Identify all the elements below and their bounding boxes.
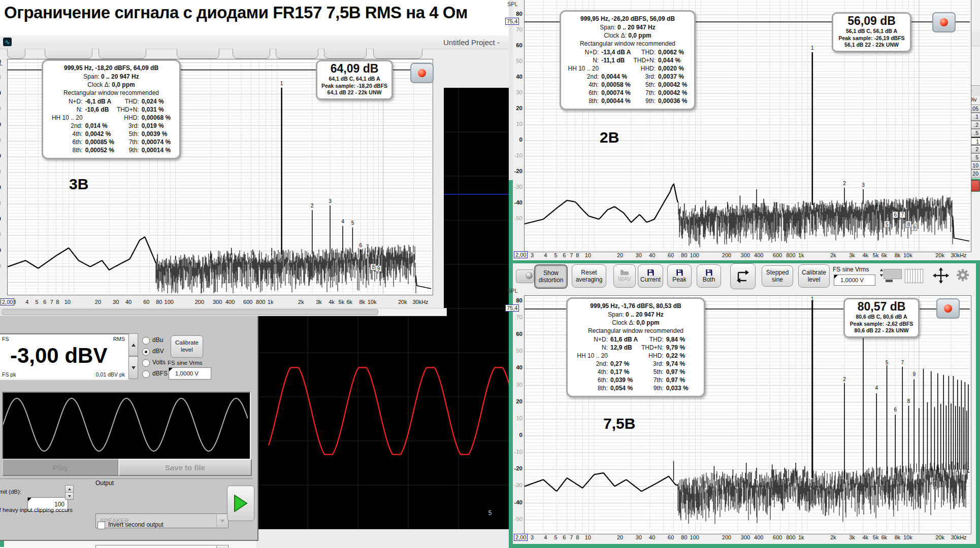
record-button-2v[interactable]: [932, 12, 956, 32]
radio-dbu[interactable]: [142, 337, 150, 345]
info-pair-value: 9,84 %: [666, 336, 695, 343]
x-tick-label: 10: [56, 299, 79, 305]
toolbar-stub-button[interactable]: [324, 49, 367, 59]
freq-cursor-box[interactable]: 2,00: [514, 534, 528, 541]
info-pair-value: 0,044 %: [658, 57, 687, 64]
record-button-3v[interactable]: [410, 63, 434, 83]
toolbar-stub-button[interactable]: [276, 49, 318, 59]
play-button[interactable]: Play: [2, 459, 119, 476]
svg-text:1: 1: [811, 45, 814, 51]
stepped-sine-button[interactable]: Stepped sine: [762, 265, 793, 287]
info-pair-value: 0,033 %: [666, 385, 695, 392]
invert-second-output-checkbox[interactable]: [97, 522, 105, 529]
calibrate-level-button[interactable]: Calibrate level: [798, 264, 830, 288]
x-tick-label: 1k: [259, 299, 282, 305]
save-current-button[interactable]: Current: [638, 264, 663, 288]
y-tick-label: 30: [507, 382, 522, 388]
save-both-button[interactable]: Both: [697, 264, 721, 288]
info-pair-value: 0,97 %: [666, 368, 695, 375]
level-readout-box-2v: 56,09 dB56,1 dB C, 56,1 dB APeak sample:…: [832, 12, 911, 52]
calibrate-level-label: Calibrate level: [171, 339, 203, 354]
fs-sine-vrms-input[interactable]: 1,0000 V: [169, 367, 211, 380]
info-pair-value: 0,00014 %: [142, 147, 171, 154]
info-pair-label: N:: [577, 344, 608, 351]
info-pair-label: 4th:: [577, 368, 608, 375]
info-pair-label: HH 10 .. 20: [52, 114, 83, 121]
svg-text:5: 5: [351, 220, 354, 226]
scroll-widget[interactable]: [879, 268, 902, 283]
y-tick-label: 20: [507, 398, 522, 404]
info-pair-value: 0,0062 %: [658, 49, 687, 56]
output-channel-select[interactable]: L: [95, 545, 228, 548]
radio-dbfs[interactable]: [142, 370, 150, 378]
y-tick-label: -10: [507, 152, 522, 158]
save-to-file-button[interactable]: Save to file: [118, 459, 252, 476]
toolbar-stub-button[interactable]: [233, 49, 270, 59]
info-pair-label: 2nd:: [577, 360, 608, 367]
info-title: 999,95 Hz, -1,76 dBFS, 80,53 dB: [571, 302, 701, 310]
svg-text:7: 7: [901, 212, 904, 218]
info-span-line: Span: 0 .. 20 947 Hz: [46, 73, 176, 80]
record-button-75v[interactable]: [936, 298, 960, 319]
y-tick-label: -40: [0, 247, 1, 253]
radio-dbv[interactable]: [142, 348, 150, 356]
settings-gear-icon[interactable]: [956, 268, 970, 282]
reset-averaging-button[interactable]: Reset averaging: [572, 264, 606, 288]
voltage-label-75v: 7,5В: [603, 415, 635, 432]
loop-mode-button[interactable]: [730, 263, 756, 289]
y-tick-label: 80: [507, 11, 522, 17]
info-pair-label: 7th:: [633, 89, 656, 96]
save-wav-button[interactable]: WAV: [613, 264, 636, 288]
level-down-button[interactable]: [128, 356, 138, 379]
info-pair-value: -10,6 dB: [85, 106, 114, 113]
calibrate-level-button[interactable]: Calibrate level: [171, 335, 203, 358]
floppy-icon: [705, 269, 713, 276]
info-pair-label: 4th:: [568, 81, 599, 88]
level-display-rms-tag: RMS: [113, 336, 125, 342]
info-pair-label: 3rd:: [117, 122, 139, 129]
info-pair-value: 0,00085 %: [85, 139, 114, 146]
app-icon: ∿: [3, 38, 12, 46]
left-window-titlebar[interactable]: ∿: [0, 36, 444, 49]
svg-text:6: 6: [359, 243, 362, 248]
y-tick-label: 70: [507, 314, 522, 320]
freq-cursor-box[interactable]: 2,00: [514, 251, 528, 258]
x-tick-label: 100: [683, 252, 706, 258]
spl-axis-label: SPL: [0, 60, 3, 66]
level-cursor-box[interactable]: 75,4: [505, 304, 519, 312]
x-tick-label: 100: [683, 534, 706, 540]
bands-widget[interactable]: [905, 269, 923, 283]
y-tick-label: 80: [507, 297, 522, 303]
y-tick-label: -50: [507, 215, 522, 221]
toolbar-stub-button[interactable]: [99, 49, 146, 59]
pan-arrows-icon: [929, 267, 953, 284]
x-tick-label: 100: [158, 299, 180, 305]
info-window-note: Rectangular window recommended: [564, 40, 691, 47]
svg-text:9: 9: [912, 371, 916, 377]
freq-cursor-box[interactable]: 2,00: [1, 298, 14, 305]
x-tick-label: 10: [577, 534, 599, 540]
h-scrollbar-thumb[interactable]: [2, 309, 378, 315]
info-pair-value: 0,0042 %: [85, 130, 114, 138]
svg-text:5: 5: [886, 360, 889, 365]
limit-up-button[interactable]: [65, 485, 74, 493]
show-distortion-button[interactable]: Show distortion: [534, 264, 568, 289]
toolbar-stub-button[interactable]: [373, 49, 422, 59]
toolbar-stub-button[interactable]: [7, 49, 25, 59]
y-tick-label: 40: [507, 364, 522, 370]
camera-icon[interactable]: [516, 269, 534, 283]
level-cursor-box[interactable]: 75,4: [505, 18, 519, 25]
info-pair-label: THD+N:: [641, 344, 664, 351]
level-up-button[interactable]: [128, 333, 138, 356]
info-pair-value: 9,74 %: [666, 360, 695, 367]
generator-start-button[interactable]: [227, 486, 254, 521]
y-tick-label: -20: [507, 465, 522, 471]
toolbar-stub-button[interactable]: [45, 49, 92, 59]
toolbar-stub-button[interactable]: [177, 49, 219, 59]
radio-volts[interactable]: [142, 359, 150, 367]
pan-arrows-widget[interactable]: [929, 267, 953, 284]
limit-down-button[interactable]: [65, 492, 74, 500]
save-peak-button[interactable]: Peak: [667, 264, 692, 288]
fs-sine-vrms-input[interactable]: 1,0000 V: [834, 275, 875, 286]
info-pair-label: 2nd:: [52, 122, 83, 129]
